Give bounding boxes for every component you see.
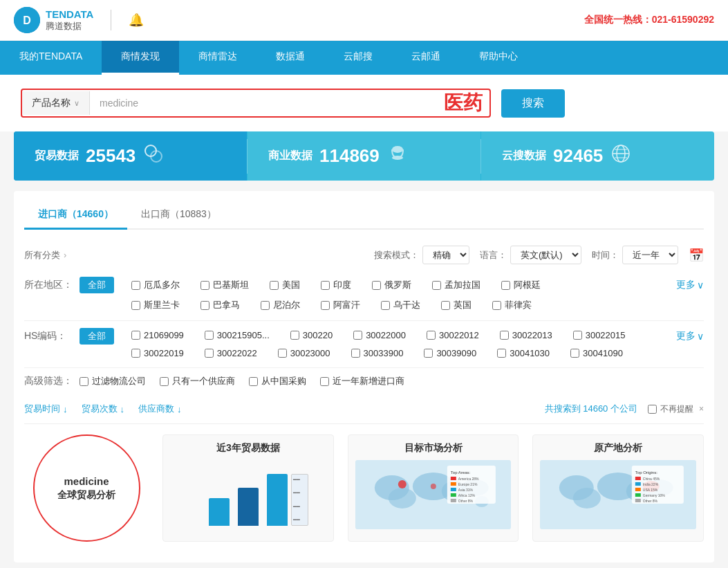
hs-option-2[interactable]: 300215905... bbox=[194, 328, 280, 342]
hs-all-button[interactable]: 全部 bbox=[80, 328, 114, 345]
stat-trade-count: 25543 bbox=[86, 145, 136, 167]
search-category-selector[interactable]: 产品名称 ∨ bbox=[22, 91, 90, 115]
dropdown-arrow-icon: ∨ bbox=[74, 99, 80, 108]
region-option-bangladesh[interactable]: 孟加拉国 bbox=[422, 277, 491, 293]
region-all-button[interactable]: 全部 bbox=[80, 277, 114, 293]
language-group: 语言： 英文(默认) 中文 bbox=[480, 246, 581, 264]
bar-2 bbox=[238, 488, 259, 526]
circle-analysis-card: medicine 全球贸易分析 bbox=[33, 434, 140, 542]
adv-option-single-supplier[interactable]: 只有一个供应商 bbox=[160, 375, 235, 387]
sort-trade-count-label: 贸易次数 bbox=[82, 403, 118, 415]
region-more-button[interactable]: 更多 ∨ bbox=[676, 277, 704, 291]
result-count: 共搜索到 14660 个公司 bbox=[545, 403, 637, 415]
svg-text:USA 15%: USA 15% bbox=[643, 488, 658, 492]
region-option-panama[interactable]: 巴拿马 bbox=[190, 297, 250, 313]
trade-icon bbox=[142, 143, 165, 170]
svg-point-18 bbox=[398, 480, 407, 488]
nav-item-yunmailtong[interactable]: 云邮通 bbox=[392, 41, 460, 75]
svg-text:China 45%: China 45% bbox=[643, 477, 660, 481]
hs-option-4[interactable]: 30022000 bbox=[343, 328, 416, 342]
svg-text:Top Areas:: Top Areas: bbox=[451, 470, 471, 475]
origin-map: Top Origins: China 45% India 22% USA 15%… bbox=[540, 460, 696, 529]
hs-option-1[interactable]: 21069099 bbox=[121, 328, 194, 342]
sort-supplier-count-label: 供应商数 bbox=[138, 403, 174, 415]
hs-filter-row: HS编码： 全部 21069099 300215905... 300220 30… bbox=[24, 321, 704, 368]
no-reminder-checkbox[interactable] bbox=[648, 405, 657, 414]
nav-item-mytendata[interactable]: 我的TENDATA bbox=[0, 41, 102, 75]
language-select[interactable]: 英文(默认) 中文 bbox=[510, 246, 581, 264]
chevron-down-icon-hs: ∨ bbox=[697, 331, 704, 342]
nav-item-shangqing[interactable]: 商情发现 bbox=[102, 41, 179, 75]
region-option-philippines[interactable]: 菲律宾 bbox=[482, 297, 542, 313]
region-option-nepal[interactable]: 尼泊尔 bbox=[250, 297, 310, 313]
hs-option-9[interactable]: 30022022 bbox=[194, 346, 268, 360]
region-option-srilanka[interactable]: 斯里兰卡 bbox=[121, 297, 190, 313]
brand-chinese: 腾道数据 bbox=[46, 20, 93, 33]
adv-option-new-importer[interactable]: 近一年新增进口商 bbox=[320, 375, 404, 387]
region-option-argentina[interactable]: 阿根廷 bbox=[491, 277, 551, 293]
region-option-ecuador[interactable]: 厄瓜多尔 bbox=[121, 277, 190, 293]
advanced-filter-label: 高级筛选： bbox=[24, 375, 73, 387]
region-option-uk[interactable]: 英国 bbox=[431, 297, 482, 313]
hs-filter-label: HS编码： bbox=[24, 328, 73, 342]
region-option-india[interactable]: 印度 bbox=[310, 277, 362, 293]
region-option-afghanistan[interactable]: 阿富汗 bbox=[310, 297, 371, 313]
search-button[interactable]: 搜索 bbox=[501, 89, 565, 118]
sort-arrow-icon-3: ↓ bbox=[177, 404, 182, 414]
tab-importer[interactable]: 进口商（14660） bbox=[24, 201, 127, 230]
sort-trade-count[interactable]: 贸易次数 ↓ bbox=[82, 403, 125, 415]
stat-cloud[interactable]: 云搜数据 92465 bbox=[481, 131, 714, 181]
nav-item-radar[interactable]: 商情雷达 bbox=[179, 41, 256, 75]
adv-option-china-source[interactable]: 从中国采购 bbox=[249, 375, 306, 387]
breadcrumb-text: 所有分类 bbox=[24, 249, 60, 262]
hs-option-6[interactable]: 30022013 bbox=[489, 328, 563, 342]
time-select[interactable]: 近一年 近三年 bbox=[622, 246, 678, 264]
hs-option-7[interactable]: 30022015 bbox=[563, 328, 636, 342]
commercial-icon bbox=[386, 143, 409, 170]
svg-text:Other 8%: Other 8% bbox=[643, 499, 658, 503]
svg-rect-47 bbox=[635, 493, 641, 497]
brand-name: TENDATA bbox=[46, 8, 93, 20]
time-group: 时间： 近一年 近三年 bbox=[592, 246, 678, 264]
search-input[interactable] bbox=[90, 92, 437, 114]
nav-item-datatong[interactable]: 数据通 bbox=[256, 41, 324, 75]
search-bar: 产品名称 ∨ 医药 搜索 bbox=[0, 75, 728, 131]
search-keyword-hint: 医药 bbox=[437, 90, 489, 116]
hs-row-1: 21069099 300215905... 300220 30022000 30… bbox=[121, 328, 669, 342]
nav-item-help[interactable]: 帮助中心 bbox=[460, 41, 537, 75]
hs-more-button[interactable]: 更多 ∨ bbox=[676, 328, 704, 342]
nav-item-yunmail[interactable]: 云邮搜 bbox=[324, 41, 392, 75]
sort-supplier-count[interactable]: 供应商数 ↓ bbox=[138, 403, 182, 415]
search-mode-select[interactable]: 精确 模糊 bbox=[422, 246, 469, 264]
sort-trade-time[interactable]: 贸易时间 ↓ bbox=[24, 403, 68, 415]
chevron-down-icon: ∨ bbox=[697, 280, 704, 291]
search-mode-label: 搜索模式： bbox=[374, 249, 419, 262]
tab-exporter[interactable]: 出口商（10883） bbox=[127, 201, 230, 228]
hs-option-5[interactable]: 30022012 bbox=[416, 328, 489, 342]
hs-option-11[interactable]: 30033900 bbox=[341, 346, 414, 360]
no-reminder-close-button[interactable]: × bbox=[699, 404, 704, 414]
region-options: 厄瓜多尔 巴基斯坦 美国 印度 俄罗斯 孟加拉国 阿根廷 斯里兰卡 巴拿马 尼泊… bbox=[121, 277, 669, 313]
hs-option-12[interactable]: 30039090 bbox=[413, 346, 487, 360]
calendar-icon[interactable]: 📅 bbox=[689, 248, 704, 263]
chart3-title: 原产地分析 bbox=[540, 442, 696, 455]
svg-rect-49 bbox=[635, 499, 641, 502]
adv-option-logistics[interactable]: 过滤物流公司 bbox=[80, 375, 146, 387]
stats-bar: 贸易数据 25543 商业数据 114869 云搜数据 92465 bbox=[14, 131, 714, 181]
hs-option-8[interactable]: 30022019 bbox=[121, 346, 194, 360]
search-input-wrap: 产品名称 ∨ 医药 bbox=[21, 89, 491, 118]
hs-option-14[interactable]: 30041090 bbox=[560, 346, 633, 360]
svg-text:Europe 21%: Europe 21% bbox=[458, 482, 478, 486]
advanced-options: 过滤物流公司 只有一个供应商 从中国采购 近一年新增进口商 bbox=[80, 375, 404, 387]
region-option-pakistan[interactable]: 巴基斯坦 bbox=[190, 277, 259, 293]
hs-option-10[interactable]: 30023000 bbox=[268, 346, 341, 360]
stat-commercial[interactable]: 商业数据 114869 bbox=[248, 131, 480, 181]
hs-option-3[interactable]: 300220 bbox=[280, 328, 343, 342]
region-option-uganda[interactable]: 乌干达 bbox=[371, 297, 431, 313]
svg-point-34 bbox=[573, 488, 601, 509]
notification-bell-icon[interactable]: 🔔 bbox=[129, 12, 144, 28]
hs-option-13[interactable]: 30041030 bbox=[487, 346, 560, 360]
region-option-russia[interactable]: 俄罗斯 bbox=[362, 277, 422, 293]
stat-trade[interactable]: 贸易数据 25543 bbox=[14, 131, 247, 181]
region-option-usa[interactable]: 美国 bbox=[259, 277, 310, 293]
